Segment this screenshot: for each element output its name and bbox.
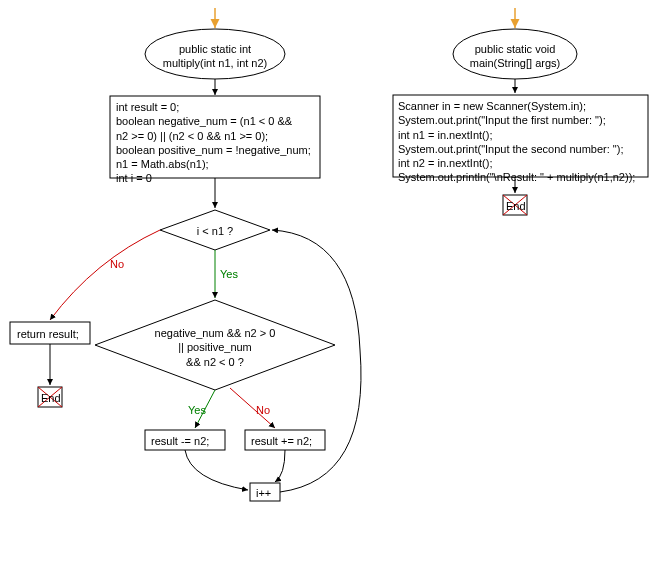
label-no-2: No (256, 404, 270, 416)
result-plus: result += n2; (251, 434, 312, 448)
flowchart-svg (0, 0, 658, 564)
start-main: public static void main(String[] args) (460, 42, 570, 71)
init-block: int result = 0; boolean negative_num = (… (116, 100, 311, 186)
main-body: Scanner in = new Scanner(System.in); Sys… (398, 99, 635, 185)
end-left: End (41, 391, 61, 405)
cond-loop: i < n1 ? (180, 224, 250, 238)
increment: i++ (256, 486, 271, 500)
end-right: End (506, 199, 526, 213)
label-yes-1: Yes (220, 268, 238, 280)
return-stmt: return result; (17, 327, 79, 341)
label-no-1: No (110, 258, 124, 270)
label-yes-2: Yes (188, 404, 206, 416)
cond-sign: negative_num && n2 > 0 || positive_num &… (135, 326, 295, 369)
start-multiply: public static int multiply(int n1, int n… (155, 42, 275, 71)
result-minus: result -= n2; (151, 434, 209, 448)
